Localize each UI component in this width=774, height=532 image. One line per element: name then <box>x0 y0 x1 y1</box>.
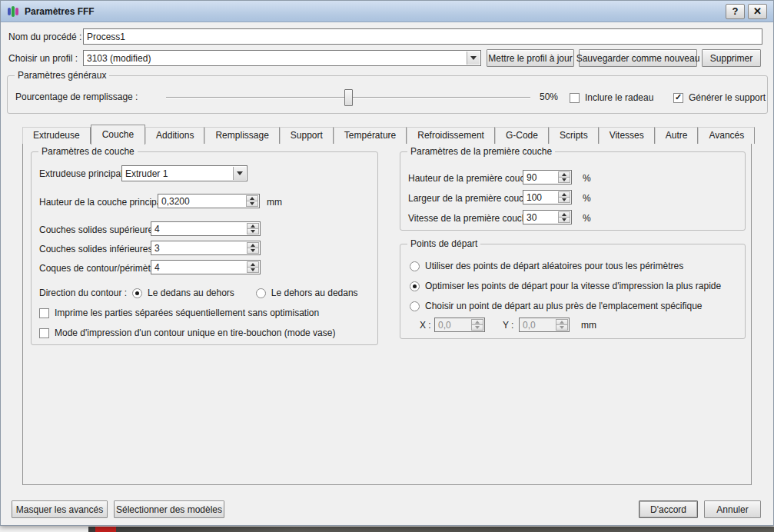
tab-scripts[interactable]: Scripts <box>549 127 599 144</box>
top-solid-layers-label: Couches solides supérieures <box>39 224 158 235</box>
cancel-button[interactable]: Annuler <box>704 500 761 518</box>
close-icon: ✕ <box>753 5 762 17</box>
radio-selected-icon <box>132 288 142 298</box>
profile-select[interactable]: 3103 (modified) <box>83 50 481 66</box>
tab-avances[interactable]: Avancés <box>698 127 755 144</box>
close-button[interactable]: ✕ <box>748 4 767 19</box>
specific-start-point-radio[interactable]: Choisir un point de départ au plus près … <box>410 301 703 311</box>
first-layer-height-label: Hauteur de la première couche <box>408 173 535 184</box>
first-layer-width-input[interactable]: 100 <box>523 190 572 204</box>
tab-temperature[interactable]: Température <box>334 127 407 144</box>
couche-tab-panel: Paramètres de couche Extrudeuse principa… <box>22 143 752 485</box>
tab-refroidissement[interactable]: Refroidissement <box>407 127 495 144</box>
start-point-x-label: X : <box>420 320 431 331</box>
background-window-red-accent <box>95 527 116 532</box>
first-layer-group-title: Paramètres de la première couche <box>407 146 555 157</box>
first-layer-height-value: 90 <box>527 172 536 183</box>
hide-advanced-button[interactable]: Masquer les avancés <box>12 500 108 518</box>
perimeter-shells-label: Coques de contour/périmètre <box>39 263 158 274</box>
tab-support[interactable]: Support <box>280 127 334 144</box>
first-layer-speed-input[interactable]: 30 <box>523 210 572 224</box>
tab-gcode[interactable]: G-Code <box>495 127 549 144</box>
first-layer-width-value: 100 <box>527 192 542 203</box>
top-solid-layers-input[interactable]: 4 <box>151 221 261 236</box>
titlebar[interactable]: Paramètres FFF ? ✕ <box>1 1 773 22</box>
layer-height-input[interactable]: 0,3200 <box>158 194 260 208</box>
spin-down-icon[interactable] <box>246 201 258 207</box>
spin-down-icon[interactable] <box>247 268 259 273</box>
spin-down-icon <box>556 325 568 331</box>
tab-additions[interactable]: Additions <box>145 127 204 144</box>
include-raft-checkbox[interactable]: ✓ Inclure le radeau <box>570 92 653 103</box>
spin-up-icon[interactable] <box>558 211 570 218</box>
spin-up-icon[interactable] <box>246 195 258 201</box>
optimize-start-points-radio[interactable]: Optimiser les points de départ pour la v… <box>410 281 721 291</box>
spin-down-icon[interactable] <box>558 178 570 183</box>
process-name-label: Nom du procédé : <box>8 32 81 42</box>
tab-extrudeuse[interactable]: Extrudeuse <box>22 127 91 144</box>
top-solid-layers-value: 4 <box>154 224 160 234</box>
chevron-down-icon[interactable] <box>233 167 246 180</box>
direction-outside-in-radio[interactable]: Le dehors au dedans <box>256 288 358 298</box>
primary-extruder-value: Extruder 1 <box>125 168 168 179</box>
start-point-y-label: Y : <box>503 320 513 331</box>
start-point-x-input: 0,0 <box>434 318 485 332</box>
profile-label: Choisir un profil : <box>8 53 78 64</box>
tab-vitesses[interactable]: Vitesses <box>599 127 655 144</box>
spin-up-icon[interactable] <box>247 242 259 248</box>
general-settings-group: Paramètres généraux Pourcentage de rempl… <box>7 75 768 114</box>
select-models-button[interactable]: Sélectionner des modèles <box>114 500 224 518</box>
vase-mode-checkbox[interactable]: ✓ Mode d'impression d'un contour unique … <box>39 328 335 338</box>
first-layer-width-unit: % <box>583 193 591 204</box>
infill-slider-handle[interactable] <box>344 89 353 106</box>
start-point-y-value: 0,0 <box>523 320 536 331</box>
save-as-new-button[interactable]: Sauvegarder comme nouveau <box>579 49 697 67</box>
infill-percentage-label: Pourcentage de remplissage : <box>15 91 138 102</box>
include-raft-label: Inclure le radeau <box>585 92 653 103</box>
window-title: Paramètres FFF <box>25 6 95 17</box>
help-button[interactable]: ? <box>726 4 745 19</box>
general-group-title: Paramètres généraux <box>15 70 109 81</box>
settings-tab-bar: Extrudeuse Couche Additions Remplissage … <box>22 126 755 144</box>
profile-selected-value: 3103 (modified) <box>87 53 151 64</box>
radio-selected-icon <box>410 281 420 291</box>
fff-settings-dialog: Paramètres FFF ? ✕ Nom du procédé : Proc… <box>0 0 774 526</box>
tab-remplissage[interactable]: Remplissage <box>204 127 279 144</box>
spin-down-icon[interactable] <box>558 198 570 203</box>
checkbox-icon: ✓ <box>39 308 49 318</box>
update-profile-button[interactable]: Mettre le profil à jour <box>487 49 574 67</box>
radio-icon <box>410 261 420 271</box>
random-start-points-radio[interactable]: Utiliser des points de départ aléatoires… <box>410 261 683 271</box>
first-layer-height-input[interactable]: 90 <box>523 170 572 185</box>
spin-up-icon[interactable] <box>558 171 570 178</box>
bottom-solid-layers-input[interactable]: 3 <box>151 241 261 255</box>
spin-down-icon[interactable] <box>247 229 259 234</box>
first-layer-speed-value: 30 <box>527 212 536 223</box>
tab-couche[interactable]: Couche <box>91 125 145 145</box>
infill-percentage-value: 50% <box>540 91 558 102</box>
spin-down-icon[interactable] <box>558 218 570 223</box>
infill-slider[interactable] <box>166 89 530 106</box>
first-layer-width-label: Largeur de la première couche <box>408 193 533 204</box>
simplify3d-app-icon <box>7 5 19 18</box>
spin-up-icon <box>556 319 568 325</box>
generate-support-checkbox[interactable]: ✓ Générer le support <box>673 92 766 103</box>
spin-up-icon[interactable] <box>247 223 259 229</box>
first-layer-speed-unit: % <box>583 213 591 224</box>
delete-profile-button[interactable]: Supprimer <box>702 49 761 67</box>
spin-up-icon[interactable] <box>247 261 259 268</box>
start-points-group: Points de départ Utiliser des points de … <box>400 244 746 339</box>
process-name-input[interactable]: Process1 <box>83 28 762 45</box>
sequential-printing-checkbox[interactable]: ✓ Imprime les parties séparées séquentie… <box>39 308 319 318</box>
spin-down-icon[interactable] <box>247 248 259 254</box>
perimeter-shells-input[interactable]: 4 <box>151 260 261 274</box>
primary-extruder-select[interactable]: Extruder 1 <box>121 165 247 181</box>
spin-up-icon[interactable] <box>558 191 570 198</box>
direction-inside-out-radio[interactable]: Le dedans au dehors <box>132 288 234 298</box>
chevron-down-icon[interactable] <box>467 52 480 65</box>
layer-height-value: 0,3200 <box>161 196 190 207</box>
ok-button[interactable]: D'accord <box>639 500 698 518</box>
tab-autre[interactable]: Autre <box>655 127 699 144</box>
start-point-x-value: 0,0 <box>438 320 451 331</box>
perimeter-shells-value: 4 <box>154 262 160 273</box>
